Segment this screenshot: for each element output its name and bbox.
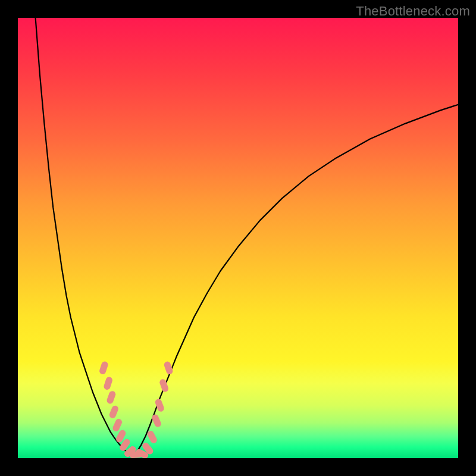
svg-rect-2 [106,390,117,405]
svg-rect-3 [108,405,119,419]
plot-area [18,18,458,458]
data-marker [146,430,158,444]
data-marker [103,376,113,390]
data-marker [151,414,162,428]
right-branch-curve [132,105,458,456]
svg-rect-14 [159,378,170,393]
svg-rect-0 [99,361,109,375]
svg-rect-12 [151,414,162,428]
svg-rect-1 [103,376,113,390]
watermark-text: TheBottleneck.com [356,4,470,19]
svg-rect-11 [146,430,158,444]
data-marker [108,405,119,419]
data-marker [159,378,170,393]
marker-group [99,361,174,458]
chart-frame: TheBottleneck.com [0,0,476,476]
data-marker [106,390,117,405]
left-branch-curve [36,18,133,456]
data-marker [99,361,109,375]
curve-layer [18,18,458,458]
